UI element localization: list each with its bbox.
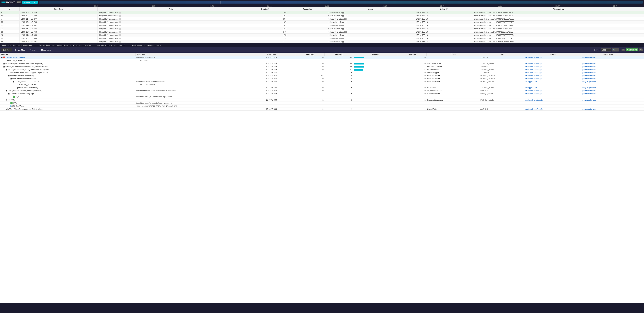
calltree-row[interactable]: ℹREMOTE_ADDRESS 172.16.111.112:35717 [0, 83, 644, 86]
calltree-row[interactable]: ▣doPost(HttpServletRequest request, Http… [0, 65, 644, 68]
table-row[interactable]: 11 12/05 11:43:34 802 /file/public/insid… [0, 24, 644, 27]
agent-link[interactable]: mdataweb-sha2app1.. [525, 74, 543, 76]
expand-button[interactable]: ▣ [3, 65, 5, 67]
app-link[interactable]: p-metadata-web [582, 77, 596, 79]
calltree-row[interactable]: ▣insert(String statement, Object paramet… [0, 89, 644, 92]
expand-button[interactable]: ▣ [6, 99, 7, 101]
calltree-row[interactable]: ▣invoke(Invocation invocation) 10:43:43 … [0, 74, 644, 77]
app-link[interactable]: p-metadata-web [582, 92, 596, 94]
app-link[interactable]: p-metadata-web [582, 108, 596, 110]
agent-link[interactable]: mdataweb-sha2app1.. [525, 56, 543, 58]
info-icon: ℹ [10, 105, 11, 107]
complete-button[interactable]: ✔ Complete [626, 48, 638, 51]
expand-button[interactable]: ▣ [8, 92, 10, 94]
app-link[interactable]: p-metadata-web [582, 62, 596, 64]
expand-button[interactable]: ▣ [6, 68, 7, 70]
agent-link[interactable]: mdataweb-sha2app1.. [525, 72, 543, 74]
calltree-row[interactable]: ▣invoke(Invocation invocation) IPkServic… [0, 80, 644, 83]
method-name[interactable]: execute() [8, 99, 15, 101]
table-row[interactable]: 84 12/05 10:43:00 899 /file/public/insid… [0, 14, 644, 17]
calltree-row[interactable]: ℹREMOTE_ADDRESS 172.16.135.13 [0, 59, 644, 62]
calltree-row[interactable]: SQL insert into data (id, updateTime, ty… [0, 95, 644, 98]
calltree-row[interactable]: pkForTwitterSnowFlake() 10:43:43 624 0 0… [0, 86, 644, 89]
method-name[interactable]: invoke(Request request, Response respons… [5, 62, 43, 64]
agent-link[interactable]: mdataweb-sha2app1.. [525, 62, 543, 64]
more-button[interactable]: More (100/101) [22, 1, 38, 4]
tab-call-tree[interactable]: Call Tree [1, 48, 12, 51]
agent-link[interactable]: pk-xapp01-018 [525, 80, 537, 82]
app-link[interactable]: p-metadata-web [582, 68, 596, 70]
self-input[interactable] [601, 48, 611, 51]
app-link[interactable]: lang-pk-provider [582, 80, 596, 82]
method-name[interactable]: doPost(HttpServletRequest request, HttpS… [5, 65, 51, 67]
calltree-row[interactable]: ▣🔴Tomcat Servlet Process /file/public/in… [0, 56, 644, 59]
calltree-method-cell: ▣invoke(Request request, Response respon… [0, 62, 136, 65]
app-link[interactable]: p-metadata-web [582, 72, 596, 74]
app-link[interactable]: lang-pk-provider [582, 87, 596, 89]
help-button[interactable]: ? [622, 49, 624, 51]
expand-button[interactable]: ▣ [3, 62, 5, 64]
calltree-row[interactable]: ▣invoke(Invocation invocation) 10:43:43 … [0, 77, 644, 80]
app-link[interactable]: p-metadata-web [582, 89, 596, 91]
method-name[interactable]: insert(String statement, Object paramete… [8, 89, 42, 91]
agent-link[interactable]: mdataweb-sha2app1.. [525, 77, 543, 79]
agent-link[interactable]: mdataweb-sha2app1.. [525, 65, 543, 67]
cell-exception [288, 14, 327, 17]
method-name[interactable]: pkForTwitterSnowFlake() [18, 87, 38, 89]
method-name[interactable]: invoke(Invocation invocation) [12, 77, 36, 79]
calltree-row[interactable]: ▣upload(String userId, String appName, S… [0, 68, 644, 71]
calltree-api-cell [480, 101, 524, 105]
tab-timeline[interactable]: Timeline [28, 48, 38, 51]
table-row[interactable]: 89 12/05 10:41:43 783 /file/public/insid… [0, 20, 644, 24]
calltree-extra-cell [635, 56, 644, 59]
expand-button[interactable]: ▣ [13, 80, 14, 82]
table-row[interactable]: 82 12/05 10:43:43 429 /file/public/insid… [0, 11, 644, 14]
calltree-row[interactable]: writeValue(JsonGenerator jgen, Object va… [0, 71, 644, 74]
expand-button[interactable]: ▣ [10, 77, 12, 79]
calltree-row[interactable]: SQL insert into data (id, updateTime, ty… [0, 101, 644, 105]
agent-link[interactable]: mdataweb-sha2app1.. [525, 108, 543, 110]
expand-button[interactable]: ▣ [1, 56, 2, 58]
agent-link[interactable]: mdataweb-sha2app1.. [525, 89, 543, 91]
calltree-row[interactable]: ▣prepareStatement(String sql) 10:43:43 6… [0, 92, 644, 95]
cell-transaction: mdataweb-sha2app112^14793372062776^3717 [473, 40, 644, 43]
method-name[interactable]: writeValue(JsonGenerator jgen, Object va… [10, 72, 48, 74]
table-row[interactable]: 7 12/05 11:44:38 277 /file/public/inside… [0, 17, 644, 20]
calltree-row[interactable]: ▣invoke(Request request, Response respon… [0, 62, 644, 65]
app-link[interactable]: p-metadata-web [582, 65, 596, 67]
search-button[interactable]: 🔍→ [612, 48, 619, 51]
tab-server-map[interactable]: Server Map [14, 48, 26, 51]
calltree-row[interactable]: ▣execute() 10:43:43 630 1 1 1 PreparedSt… [0, 98, 644, 101]
method-name[interactable]: prepareStatement(String sql) [10, 92, 34, 94]
table-row[interactable]: 99 12/05 10:27:53 853 /file/public/insid… [0, 37, 644, 40]
calltree-app-cell: p-metadata-web [582, 108, 635, 111]
method-name[interactable]: invoke(Invocation invocation) [15, 80, 39, 82]
refresh-button[interactable]: ↺ [639, 48, 643, 51]
agent-link[interactable]: mdataweb-sha2app1.. [525, 92, 543, 94]
method-name[interactable]: writeValue(JsonGenerator gen, Object val… [6, 108, 42, 110]
tab-mixed-view[interactable]: Mixed View [40, 48, 52, 51]
calltree-self-cell: 0 [398, 77, 426, 80]
table-row[interactable]: 23 12/05 11:33:05 487 /file/public/insid… [0, 27, 644, 30]
table-row[interactable]: 66 12/05 10:51:24 597 /file/public/insid… [0, 40, 644, 43]
expand-button[interactable]: ▣ [6, 89, 7, 91]
method-name: SQL [16, 96, 19, 98]
expand-button[interactable]: ▣ [8, 74, 10, 76]
agent-link[interactable]: mdataweb-sha2app1.. [525, 99, 543, 101]
beta-badge: beta [16, 1, 21, 3]
method-name[interactable]: upload(String userId, String appName, St… [8, 68, 49, 70]
app-link[interactable]: p-metadata-web [582, 74, 596, 76]
table-row[interactable]: 98 12/05 10:30:39 748 /file/public/insid… [0, 30, 644, 33]
method-link[interactable]: Tomcat Servlet Process [6, 56, 25, 58]
app-link[interactable]: p-metadata-web [582, 56, 596, 58]
app-link[interactable]: p-metadata-web [582, 99, 596, 101]
calltree-row[interactable]: ℹSQL-BindValue 123011485662879744, 2016-… [0, 105, 644, 108]
calltree-row[interactable]: writeValue(JsonGenerator gen, Object val… [0, 108, 644, 111]
agent-link[interactable]: mdataweb-sha2app1.. [525, 68, 543, 70]
col-res[interactable]: Res.(ms) ↓ [244, 7, 288, 11]
method-name[interactable]: invoke(Invocation invocation) [10, 74, 34, 76]
agent-link[interactable]: pk-xapp01-018 [525, 87, 537, 89]
cell-transaction: mdataweb-sha2app112^1479372062776^3700 [473, 30, 644, 33]
tomcat-icon: 🔴 [3, 56, 5, 58]
table-row[interactable]: 16 12/05 11:34:41 656 /file/public/insid… [0, 33, 644, 37]
